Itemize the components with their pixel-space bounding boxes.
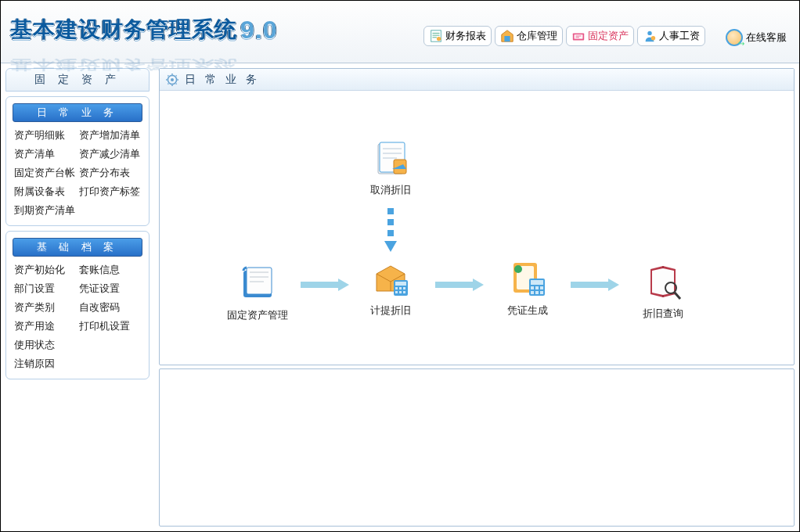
book-search-icon: [643, 261, 683, 302]
online-service[interactable]: 在线客服: [726, 29, 787, 46]
svg-point-6: [651, 36, 655, 40]
svg-rect-34: [540, 291, 543, 294]
node-label: 凭证生成: [507, 304, 548, 318]
panel-header: 日 常 业 务: [160, 69, 794, 91]
sidebar-link[interactable]: 注销原因: [14, 357, 76, 371]
node-asset-manage[interactable]: 固定资产管理: [222, 263, 293, 322]
svg-rect-4: [575, 34, 583, 38]
nav-label: 固定资产: [588, 29, 629, 43]
svg-rect-35: [571, 282, 610, 288]
ledger-icon: [237, 263, 278, 304]
arrow-down-icon: [383, 207, 398, 253]
svg-rect-32: [531, 291, 534, 294]
svg-point-1: [437, 37, 441, 41]
svg-rect-33: [535, 291, 539, 294]
svg-rect-22: [403, 291, 405, 293]
app-logo: 基本建设财务管理系统 9.0: [10, 15, 277, 45]
nav-label: 仓库管理: [517, 29, 557, 43]
sidebar-section-daily: 日 常 业 务 资产明细账 资产清单 固定资产台帐 附属设备表 到期资产清单 资…: [5, 96, 150, 226]
panel-title: 日 常 业 务: [185, 73, 260, 87]
svg-point-8: [171, 78, 174, 81]
app-title: 基本建设财务管理系统: [10, 15, 237, 45]
svg-rect-28: [531, 280, 543, 285]
main-area: 日 常 业 务 取消折旧 固定资产管理: [154, 63, 799, 531]
sidebar-link[interactable]: 打印资产标签: [79, 185, 141, 199]
svg-rect-16: [395, 282, 406, 286]
gear-icon: [166, 74, 178, 86]
sidebar-link[interactable]: 资产类别: [14, 300, 76, 315]
service-label: 在线客服: [746, 31, 787, 45]
nav-hr-salary[interactable]: 人事工资: [637, 26, 705, 46]
sidebar-link[interactable]: 资产初始化: [14, 263, 76, 277]
sidebar-link[interactable]: 固定资产台帐: [14, 166, 76, 180]
report-icon: [429, 29, 443, 43]
svg-rect-17: [395, 287, 398, 289]
warehouse-icon: [500, 29, 514, 43]
arrow-right-icon: [435, 277, 485, 293]
document-icon: [370, 138, 411, 178]
hr-icon: [643, 29, 657, 43]
svg-rect-31: [540, 286, 543, 289]
sidebar: 固 定 资 产 日 常 业 务 资产明细账 资产清单 固定资产台帐 附属设备表 …: [1, 63, 154, 531]
app-header: 基本建设财务管理系统 9.0 基本建设财务管理系统 财务报表 仓库管理 固定资产: [1, 1, 799, 63]
nav-label: 财务报表: [445, 29, 486, 43]
sidebar-link[interactable]: 资产分布表: [79, 166, 141, 180]
sidebar-link[interactable]: 资产增加清单: [79, 128, 141, 142]
node-cancel-depreciation[interactable]: 取消折旧: [355, 138, 426, 197]
svg-rect-29: [531, 286, 534, 289]
sidebar-header-daily: 日 常 业 务: [13, 103, 142, 122]
svg-rect-18: [399, 287, 402, 289]
svg-rect-21: [399, 291, 402, 293]
svg-rect-23: [435, 282, 474, 288]
sidebar-link[interactable]: 自改密码: [79, 300, 141, 315]
node-label: 取消折旧: [370, 183, 411, 197]
lower-panel: [159, 368, 795, 527]
node-depreciation-query[interactable]: 折旧查询: [628, 261, 698, 321]
arrow-right-icon: [571, 277, 621, 293]
svg-point-26: [514, 265, 522, 273]
sidebar-link[interactable]: 部门设置: [14, 282, 76, 296]
sidebar-link[interactable]: 使用状态: [14, 338, 76, 352]
sidebar-header-archive: 基 础 档 案: [13, 238, 142, 257]
workflow-panel: 日 常 业 务 取消折旧 固定资产管理: [159, 68, 795, 365]
node-label: 固定资产管理: [227, 308, 288, 322]
nav-fixed-assets[interactable]: 固定资产: [566, 26, 634, 46]
arrow-right-icon: [301, 277, 351, 293]
svg-rect-19: [403, 287, 405, 289]
sidebar-section-archive: 基 础 档 案 资产初始化 部门设置 资产类别 资产用途 使用状态 注销原因 套…: [5, 231, 150, 379]
sidebar-link[interactable]: 套账信息: [79, 263, 141, 277]
svg-rect-14: [301, 282, 340, 288]
node-label: 折旧查询: [643, 307, 683, 321]
sidebar-link[interactable]: 到期资产清单: [14, 203, 76, 217]
box-calc-icon: [370, 258, 411, 299]
sidebar-link[interactable]: 资产减少清单: [79, 147, 141, 161]
sidebar-link[interactable]: 资产明细账: [14, 128, 76, 142]
sidebar-link[interactable]: 凭证设置: [79, 282, 141, 296]
sidebar-link[interactable]: 打印机设置: [79, 319, 141, 333]
node-depreciation[interactable]: 计提折旧: [355, 258, 426, 318]
sidebar-link[interactable]: 附属设备表: [14, 185, 76, 199]
sidebar-link[interactable]: 资产用途: [14, 319, 76, 333]
service-icon: [726, 29, 743, 46]
voucher-calc-icon: [507, 258, 548, 299]
nav-warehouse[interactable]: 仓库管理: [495, 26, 563, 46]
node-voucher-gen[interactable]: 凭证生成: [492, 258, 563, 318]
nav-label: 人事工资: [659, 29, 700, 43]
workflow-canvas: 取消折旧 固定资产管理: [160, 91, 794, 366]
svg-rect-20: [395, 291, 398, 293]
svg-rect-13: [247, 268, 272, 294]
asset-icon: [571, 29, 586, 43]
sidebar-link[interactable]: 资产清单: [14, 147, 76, 161]
svg-rect-30: [535, 286, 539, 289]
top-nav: 财务报表 仓库管理 固定资产 人事工资: [423, 26, 705, 46]
svg-rect-2: [504, 36, 510, 41]
node-label: 计提折旧: [370, 304, 411, 318]
app-version: 9.0: [240, 16, 277, 45]
svg-point-5: [647, 31, 651, 35]
nav-finance-report[interactable]: 财务报表: [423, 26, 492, 46]
